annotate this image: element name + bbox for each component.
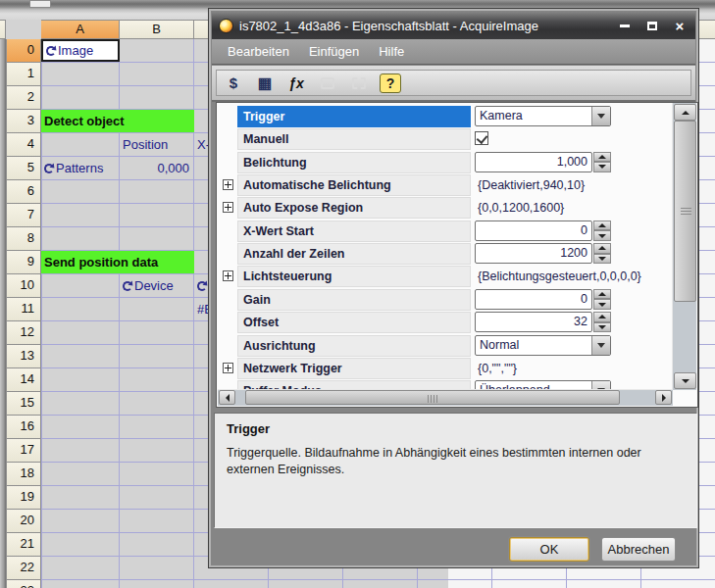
property-label[interactable]: Lichtsteuerung: [237, 266, 471, 287]
property-label[interactable]: Anzahl der Zeilen: [237, 243, 471, 265]
property-spinner[interactable]: 0: [475, 289, 611, 310]
spinner-value[interactable]: 32: [475, 312, 592, 332]
menu-item-bearbeiten[interactable]: Bearbeiten: [218, 41, 299, 62]
corner-header-cell[interactable]: [0, 20, 6, 39]
spin-down-button[interactable]: [593, 162, 611, 172]
property-dropdown[interactable]: Kamera: [475, 106, 611, 126]
property-row-lichtsteuerung[interactable]: Lichtsteuerung{Belichtungsgesteuert,0,0,…: [218, 266, 673, 287]
banner-send-position-data[interactable]: Send position data: [41, 251, 194, 273]
property-label[interactable]: Automatische Belichtung: [237, 174, 471, 196]
scroll-right-button[interactable]: [655, 390, 672, 405]
help-icon[interactable]: ?: [380, 74, 401, 93]
hscroll-thumb[interactable]: [245, 390, 620, 405]
property-label[interactable]: Belichtung: [237, 152, 471, 173]
row-header-7[interactable]: 7: [6, 204, 41, 227]
cancel-button[interactable]: Abbrechen: [601, 537, 676, 562]
row-header-13[interactable]: 13: [6, 345, 41, 368]
property-row-automatische-belichtung[interactable]: Automatische Belichtung{Deaktiviert,940,…: [218, 174, 673, 196]
property-row-belichtung[interactable]: Belichtung1,000: [218, 152, 673, 173]
banner-detect-object[interactable]: Detect object: [41, 110, 194, 132]
menu-item-hilfe[interactable]: Hilfe: [369, 41, 414, 62]
row-header-19[interactable]: 19: [6, 486, 41, 510]
ok-button[interactable]: OK: [509, 537, 589, 562]
spin-down-button[interactable]: [593, 230, 611, 241]
row-header-1[interactable]: 1: [6, 63, 41, 86]
property-row-ausrichtung[interactable]: AusrichtungNormal: [218, 335, 673, 357]
maximize-button[interactable]: [640, 16, 664, 35]
property-label[interactable]: Auto Expose Region: [237, 197, 471, 219]
row-header-18[interactable]: 18: [6, 463, 41, 486]
row-header-14[interactable]: 14: [6, 368, 41, 392]
row-header-12[interactable]: 12: [6, 321, 41, 345]
property-row-auto-expose-region[interactable]: Auto Expose Region{0,0,1200,1600}: [218, 197, 673, 219]
property-label[interactable]: Trigger: [237, 106, 471, 127]
property-label[interactable]: Manuell: [237, 128, 471, 150]
insert-table-icon[interactable]: ▦: [254, 73, 276, 94]
insert-absolute-reference-icon[interactable]: $: [223, 73, 244, 94]
insert-function-icon[interactable]: ƒx: [285, 73, 307, 94]
dropdown-button[interactable]: [591, 107, 610, 125]
row-header-3[interactable]: 3: [6, 110, 41, 133]
cell-b5[interactable]: 0,000: [120, 157, 194, 179]
expand-plus-icon[interactable]: [223, 202, 233, 213]
property-row-netzwerk-trigger[interactable]: Netzwerk Trigger{0,"",""}: [218, 358, 673, 379]
property-label[interactable]: Netzwerk Trigger: [237, 358, 471, 379]
row-header-20[interactable]: 20: [6, 510, 41, 533]
dropdown-button[interactable]: [591, 336, 610, 355]
column-header-a[interactable]: A: [41, 20, 120, 39]
cell-a0[interactable]: Image: [41, 39, 120, 62]
scroll-left-button[interactable]: [219, 390, 235, 405]
scroll-up-button[interactable]: [674, 104, 696, 121]
property-spinner[interactable]: 32: [475, 312, 611, 332]
property-spinner[interactable]: 1200: [475, 243, 611, 264]
property-grid-vscrollbar[interactable]: [672, 103, 696, 390]
row-header-11[interactable]: 11: [6, 298, 41, 321]
property-label[interactable]: Ausrichtung: [237, 335, 471, 357]
spin-down-button[interactable]: [593, 322, 611, 333]
property-spinner[interactable]: 1,000: [475, 152, 611, 172]
spin-up-button[interactable]: [593, 312, 611, 322]
property-row-trigger[interactable]: TriggerKamera: [218, 106, 673, 127]
row-header-17[interactable]: 17: [6, 439, 41, 463]
minimize-button[interactable]: [613, 16, 637, 35]
cell-b10[interactable]: Device: [120, 274, 194, 297]
dialog-titlebar[interactable]: is7802_1_4d3a86 - Eigenschaftsblatt - Ac…: [212, 12, 695, 39]
property-label[interactable]: X-Wert Start: [237, 220, 471, 242]
close-button[interactable]: ×: [668, 16, 691, 35]
row-header-10[interactable]: 10: [6, 274, 41, 298]
row-header-23[interactable]: 23: [6, 580, 41, 588]
spin-down-button[interactable]: [593, 254, 611, 265]
spin-up-button[interactable]: [593, 289, 611, 300]
expand-plus-icon[interactable]: [223, 363, 233, 373]
spin-down-button[interactable]: [593, 299, 611, 310]
row-header-5[interactable]: 5: [6, 157, 41, 180]
row-header-8[interactable]: 8: [6, 227, 41, 251]
scroll-down-button[interactable]: [674, 372, 696, 389]
expand-plus-icon[interactable]: [223, 270, 233, 281]
property-row-anzahl-der-zeilen[interactable]: Anzahl der Zeilen1200: [218, 243, 673, 265]
property-grid-hscrollbar[interactable]: [218, 389, 673, 406]
row-header-16[interactable]: 16: [6, 416, 41, 439]
expand-plus-icon[interactable]: [223, 179, 233, 190]
property-row-x-wert-start[interactable]: X-Wert Start0: [218, 220, 673, 242]
cell-b4[interactable]: Position: [120, 133, 194, 156]
spinner-value[interactable]: 0: [475, 289, 592, 310]
property-dropdown[interactable]: Normal: [475, 335, 611, 356]
row-header-0[interactable]: 0: [6, 39, 41, 63]
property-row-manuell[interactable]: Manuell: [218, 128, 673, 150]
spinner-value[interactable]: 1200: [475, 243, 592, 264]
spinner-value[interactable]: 1,000: [475, 152, 592, 172]
vscroll-thumb[interactable]: [674, 121, 696, 302]
spin-up-button[interactable]: [593, 243, 611, 254]
row-header-21[interactable]: 21: [6, 533, 41, 557]
cell-a5[interactable]: Patterns: [41, 157, 120, 179]
spin-up-button[interactable]: [593, 220, 611, 231]
menu-item-einfgen[interactable]: Einfügen: [299, 41, 369, 62]
property-label[interactable]: Offset: [237, 312, 471, 333]
property-checkbox-checked[interactable]: [475, 131, 488, 145]
spin-up-button[interactable]: [593, 152, 611, 163]
row-header-6[interactable]: 6: [6, 180, 41, 204]
row-header-9[interactable]: 9: [6, 251, 41, 274]
property-spinner[interactable]: 0: [475, 220, 611, 241]
row-header-22[interactable]: 22: [6, 557, 41, 580]
